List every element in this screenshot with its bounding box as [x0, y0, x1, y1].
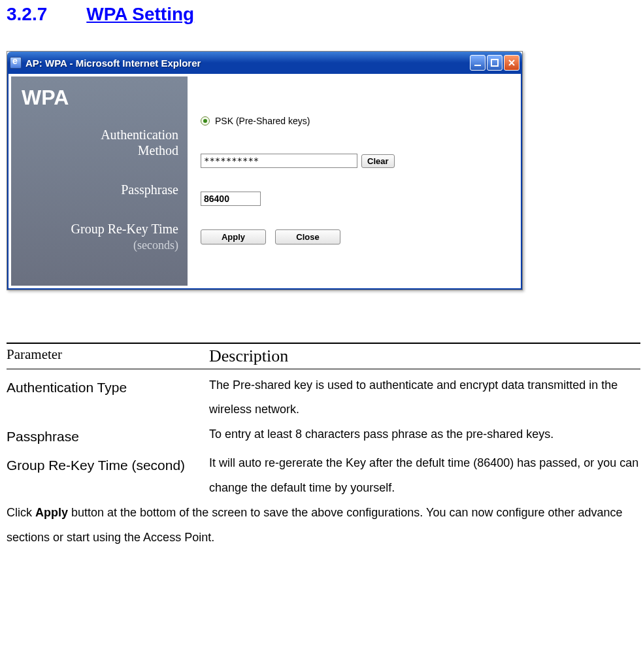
ie-icon: [10, 57, 22, 69]
svg-rect-1: [491, 59, 498, 66]
browser-window: AP: WPA - Microsoft Internet Explorer WP…: [7, 51, 523, 290]
clear-button[interactable]: Clear: [361, 154, 395, 168]
apply-button[interactable]: Apply: [201, 229, 266, 244]
param-name: Passphrase: [7, 422, 209, 451]
header-parameter: Parameter: [7, 346, 209, 366]
passphrase-label: Passphrase: [11, 182, 178, 197]
param-desc: It will auto re-gererate the Key after t…: [209, 451, 640, 501]
auth-option-label: PSK (Pre-Shared keys): [215, 116, 310, 126]
titlebar: AP: WPA - Microsoft Internet Explorer: [7, 52, 522, 74]
form-area: PSK (Pre-Shared keys) Clear Apply Close: [188, 76, 518, 286]
svg-rect-0: [474, 65, 481, 66]
param-desc: The Pre-shared key is used to authentica…: [209, 373, 640, 423]
section-number: 3.2.7: [7, 4, 47, 25]
auth-method-label: Authentication Method: [11, 127, 178, 158]
close-button[interactable]: [504, 55, 519, 71]
rekey-row: [201, 192, 512, 206]
rekey-input[interactable]: [201, 192, 261, 206]
rekey-label: Group Re-Key Time (seconds): [11, 221, 178, 253]
table-row: Group Re-Key Time (second) It will auto …: [7, 451, 640, 501]
section-title: WPA Setting: [86, 4, 194, 24]
header-description: Description: [209, 346, 288, 366]
passphrase-row: Clear: [201, 154, 512, 168]
maximize-button[interactable]: [487, 55, 503, 71]
radio-selected-icon: [201, 116, 210, 126]
param-name: Group Re-Key Time (second): [7, 451, 209, 501]
section-heading: 3.2.7WPA Setting: [7, 0, 636, 25]
passphrase-input[interactable]: [201, 154, 357, 168]
button-row: Apply Close: [201, 229, 512, 244]
table-row: Passphrase To entry at least 8 character…: [7, 422, 640, 451]
parameter-table: Parameter Description Authentication Typ…: [7, 343, 640, 501]
sidebar: WPA Authentication Method Passphrase Gro…: [11, 76, 188, 286]
window-body: WPA Authentication Method Passphrase Gro…: [7, 74, 522, 290]
apply-emphasis: Apply: [35, 506, 68, 519]
footnote: Click Apply button at the bottom of the …: [7, 501, 636, 550]
table-body: Authentication Type The Pre-shared key i…: [7, 369, 640, 501]
window-title: AP: WPA - Microsoft Internet Explorer: [25, 58, 470, 69]
close-form-button[interactable]: Close: [275, 229, 340, 244]
table-header: Parameter Description: [7, 344, 640, 369]
sidebar-heading: WPA: [11, 86, 178, 110]
minimize-button[interactable]: [470, 55, 486, 71]
table-row: Authentication Type The Pre-shared key i…: [7, 373, 640, 423]
param-desc: To entry at least 8 characters pass phra…: [209, 422, 640, 451]
auth-method-option[interactable]: PSK (Pre-Shared keys): [201, 116, 512, 126]
window-controls: [470, 55, 519, 71]
param-name: Authentication Type: [7, 373, 209, 423]
